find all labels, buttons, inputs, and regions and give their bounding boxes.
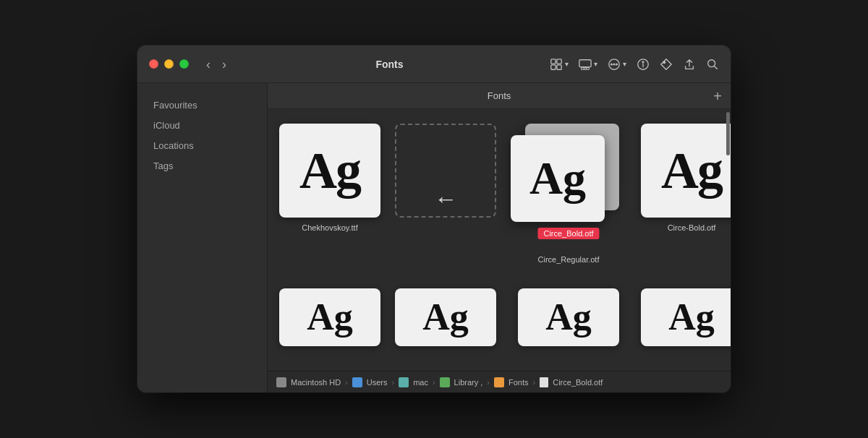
sep-1: › <box>391 378 394 387</box>
gallery-icon <box>579 58 592 71</box>
share-icon <box>683 58 696 71</box>
svg-point-16 <box>708 59 715 66</box>
font-thumb-small-1: Ag <box>395 288 496 346</box>
titlebar: ‹ › Fonts ▾ <box>137 46 731 83</box>
svg-rect-7 <box>587 67 590 69</box>
add-tab-button[interactable]: + <box>713 89 722 103</box>
search-button[interactable] <box>706 58 719 71</box>
font-preview-small-1: Ag <box>422 299 469 336</box>
more-options-button[interactable]: ▾ <box>608 58 626 71</box>
toolbar-icons: ▾ ▾ ▾ <box>550 58 719 71</box>
content-area: Favourites iCloud Locations Tags Fonts +… <box>137 83 731 392</box>
chevron-down-icon3: ▾ <box>623 60 626 68</box>
chevron-down-icon2: ▾ <box>594 60 597 68</box>
svg-point-10 <box>613 64 615 65</box>
sidebar-item-favourites[interactable]: Favourites <box>142 95 263 115</box>
breadcrumb: Macintosh HD › Users › mac › Library , ›… <box>276 377 603 387</box>
gallery-view-button[interactable]: ▾ <box>579 58 597 71</box>
drag-arrow-icon: ← <box>434 186 457 212</box>
font-item-chekhovskoy[interactable]: Ag Chekhovskoy.ttf <box>279 124 380 274</box>
font-thumb-small-0: Ag <box>279 288 380 346</box>
breadcrumb-library: Library , <box>454 378 483 387</box>
fonts-folder-icon <box>494 377 504 387</box>
font-thumb-small-2: Ag <box>518 288 619 346</box>
dragging-group: Ag Ag Circe_Bold.otf <box>511 124 626 232</box>
font-thumb-small-3: Ag <box>641 288 731 346</box>
font-item-row2-2[interactable]: Ag <box>511 288 626 356</box>
sep-2: › <box>433 378 435 387</box>
grid-icon <box>550 58 563 71</box>
font-name-circe-bold: Circe-Bold.otf <box>668 223 716 232</box>
file-grid: Ag Chekhovskoy.ttf ← Ag <box>268 109 731 371</box>
svg-rect-2 <box>551 64 556 69</box>
tag-icon <box>660 58 673 71</box>
svg-rect-0 <box>551 59 556 63</box>
tab-bar: Fonts + <box>268 83 731 109</box>
sep-4: › <box>533 378 536 387</box>
traffic-lights <box>149 59 189 69</box>
share-button[interactable] <box>683 58 696 71</box>
font-name-circe-regular: Circe_Regular.otf <box>538 255 600 264</box>
sidebar-item-locations[interactable]: Locations <box>142 136 263 155</box>
mac-folder-icon <box>399 377 409 387</box>
statusbar: Macintosh HD › Users › mac › Library , ›… <box>268 371 731 392</box>
window-title: Fonts <box>229 59 550 70</box>
breadcrumb-users: Users <box>367 378 388 387</box>
drag-front-card: Ag <box>511 135 605 222</box>
users-folder-icon <box>352 377 362 387</box>
main-panel: Fonts + Ag Chekhovskoy.ttf ← <box>268 83 731 392</box>
font-preview-small-0: Ag <box>307 299 353 336</box>
breadcrumb-file: Circe_Bold.otf <box>553 378 603 387</box>
scrollbar-thumb[interactable] <box>726 112 730 155</box>
drop-target[interactable]: ← <box>395 124 496 218</box>
sidebar: Favourites iCloud Locations Tags <box>137 83 268 392</box>
font-item-dragging[interactable]: Ag Ag Circe_Bold.otf Circe_Regular.otf <box>511 124 626 274</box>
font-thumb-circe-bold: Ag <box>641 124 731 218</box>
svg-point-13 <box>642 61 644 62</box>
svg-rect-5 <box>582 67 584 69</box>
nav-buttons: ‹ › <box>203 56 229 72</box>
breadcrumb-fonts: Fonts <box>509 378 529 387</box>
drag-front-text: Ag <box>529 155 586 202</box>
font-preview-small-2: Ag <box>545 299 592 336</box>
svg-rect-4 <box>579 59 591 66</box>
sep-0: › <box>345 378 348 387</box>
hd-icon <box>276 377 286 387</box>
minimize-button[interactable] <box>164 59 174 69</box>
chevron-down-icon: ▾ <box>565 60 569 68</box>
font-item-circe-bold[interactable]: Ag Circe-Bold.otf <box>641 124 731 274</box>
svg-rect-6 <box>584 67 587 69</box>
info-button[interactable] <box>637 58 650 71</box>
finder-window: ‹ › Fonts ▾ <box>137 46 731 392</box>
close-button[interactable] <box>149 59 158 69</box>
font-preview-chekhovskoy: Ag <box>299 145 360 197</box>
breadcrumb-mac: mac <box>413 378 428 387</box>
font-item-row2-1[interactable]: Ag <box>395 288 496 356</box>
scrollbar-track[interactable] <box>725 109 731 366</box>
font-thumb-chekhovskoy: Ag <box>279 124 380 218</box>
drag-file-label: Circe_Bold.otf <box>537 228 599 239</box>
svg-point-9 <box>611 64 613 65</box>
svg-rect-3 <box>557 64 561 69</box>
tag-button[interactable] <box>660 58 673 71</box>
grid-view-button[interactable]: ▾ <box>550 58 569 71</box>
sidebar-item-icloud[interactable]: iCloud <box>142 116 263 135</box>
sep-3: › <box>487 378 490 387</box>
sidebar-item-tags[interactable]: Tags <box>142 156 263 176</box>
font-item-row2-3[interactable]: Ag <box>641 288 731 356</box>
info-icon <box>637 58 650 71</box>
file-icon <box>540 377 548 387</box>
font-item-row2-0[interactable]: Ag <box>279 288 380 356</box>
search-icon <box>706 58 719 71</box>
back-button[interactable]: ‹ <box>203 56 213 72</box>
svg-point-11 <box>616 64 618 65</box>
font-preview-circe-bold: Ag <box>661 145 722 197</box>
maximize-button[interactable] <box>179 59 189 69</box>
svg-point-15 <box>663 61 665 63</box>
font-name-chekhovskoy: Chekhovskoy.ttf <box>302 223 357 232</box>
forward-button[interactable]: › <box>219 56 229 72</box>
more-icon <box>608 58 621 71</box>
font-item-placeholder: ← <box>395 124 496 274</box>
breadcrumb-macintosh-hd: Macintosh HD <box>291 378 341 387</box>
library-folder-icon <box>440 377 450 387</box>
